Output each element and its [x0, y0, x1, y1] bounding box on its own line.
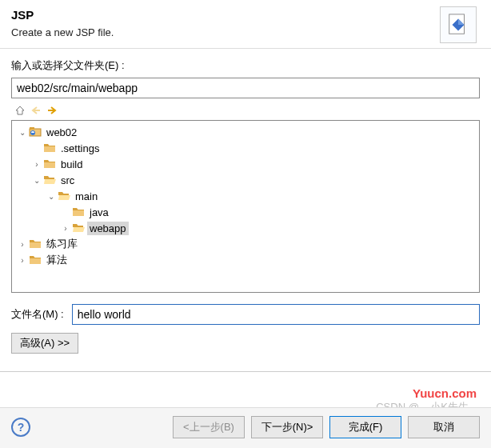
tree-node-label: src	[58, 174, 77, 187]
tree-node-label: build	[58, 158, 85, 171]
expander-icon[interactable]: ›	[60, 224, 71, 233]
filename-label: 文件名(M) :	[11, 307, 64, 322]
folder-tree[interactable]: ⌄web02.settings›build⌄src⌄mainjava›webap…	[11, 120, 480, 293]
filename-input[interactable]	[72, 304, 480, 325]
folder-icon	[42, 142, 57, 154]
tree-node-算法[interactable]: ›算法	[14, 252, 477, 268]
tree-node-label: .settings	[58, 142, 102, 155]
jsp-file-icon	[440, 6, 477, 43]
wizard-subtitle: Create a new JSP file.	[11, 26, 480, 38]
divider	[0, 371, 491, 372]
folder-icon	[28, 238, 42, 250]
folder-icon	[42, 158, 57, 170]
tree-node-label: main	[73, 190, 100, 203]
expander-icon[interactable]: ›	[17, 240, 28, 249]
home-icon[interactable]	[14, 105, 26, 118]
tree-node-.settings[interactable]: .settings	[14, 140, 477, 156]
tree-node-main[interactable]: ⌄main	[14, 188, 477, 204]
project-icon	[28, 126, 42, 138]
expander-icon[interactable]: ⌄	[46, 192, 57, 201]
tree-node-label: web02	[44, 126, 79, 139]
folder-icon	[71, 206, 86, 218]
svg-rect-5	[30, 127, 34, 130]
tree-node-webapp[interactable]: ›webapp	[14, 220, 477, 236]
folder-open-icon	[71, 222, 86, 234]
back-button: <上一步(B)	[173, 416, 245, 438]
folder-icon	[28, 254, 42, 266]
advanced-button[interactable]: 高级(A) >>	[11, 333, 78, 354]
cancel-button[interactable]: 取消	[408, 416, 480, 438]
tree-node-label: 算法	[44, 252, 70, 268]
svg-marker-3	[16, 106, 24, 114]
wizard-title: JSP	[11, 8, 480, 22]
parent-folder-label: 输入或选择父文件夹(E) :	[11, 58, 480, 73]
watermark-site: Yuucn.com	[413, 386, 477, 400]
expander-icon[interactable]: ›	[17, 256, 28, 265]
help-icon[interactable]: ?	[11, 418, 30, 437]
folder-open-icon	[57, 190, 71, 202]
expander-icon[interactable]: ⌄	[31, 176, 42, 185]
back-arrow-icon[interactable]	[30, 106, 42, 118]
expander-icon[interactable]: ›	[31, 160, 42, 169]
tree-node-label: java	[87, 206, 111, 219]
expander-icon[interactable]: ⌄	[17, 128, 28, 137]
tree-node-label: webapp	[87, 222, 129, 235]
parent-folder-input[interactable]	[11, 78, 480, 98]
folder-open-icon	[42, 174, 57, 186]
tree-toolbar	[11, 103, 480, 120]
tree-node-label: 练习库	[44, 236, 80, 252]
next-button[interactable]: 下一步(N)>	[251, 416, 323, 438]
forward-arrow-icon[interactable]	[46, 106, 58, 118]
tree-node-java[interactable]: java	[14, 204, 477, 220]
finish-button[interactable]: 完成(F)	[329, 416, 401, 438]
tree-node-build[interactable]: ›build	[14, 156, 477, 172]
tree-node-web02[interactable]: ⌄web02	[14, 124, 477, 140]
tree-node-src[interactable]: ⌄src	[14, 172, 477, 188]
tree-node-练习库[interactable]: ›练习库	[14, 236, 477, 252]
